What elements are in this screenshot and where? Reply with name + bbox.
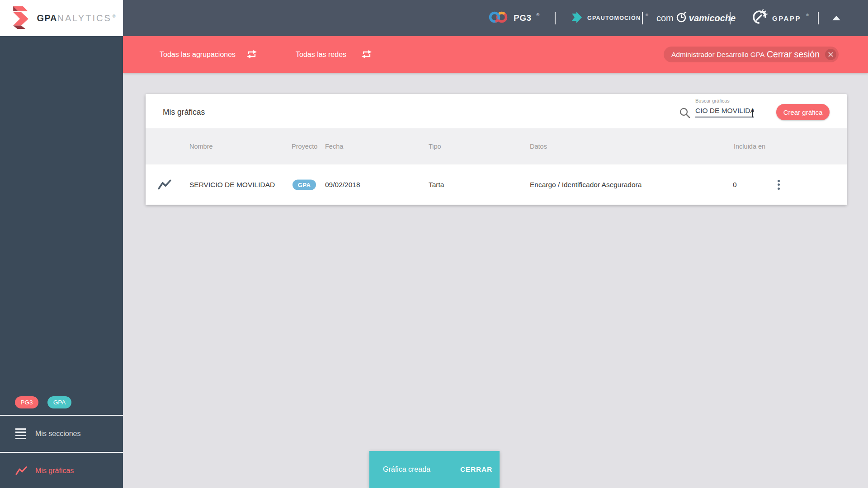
toast-close-button[interactable]: CERRAR xyxy=(460,465,492,474)
column-header-proyecto: Proyecto xyxy=(292,143,317,150)
gpautomocion-label: GPAUTOMOCIÓN xyxy=(587,15,641,21)
sidebar-item-mis-graficas[interactable]: Mis gráficas xyxy=(0,453,123,488)
networks-filter-label: Todas las redes xyxy=(296,51,346,59)
cell-incluida-en: 0 xyxy=(733,181,737,189)
project-badge: GPA xyxy=(292,179,316,190)
topbar-separator xyxy=(730,12,731,24)
collapse-topbar-button[interactable] xyxy=(826,0,846,36)
app-screen: PG3® GPAUTOMOCIÓN® com vamico xyxy=(0,0,868,488)
cell-fecha: 09/02/2018 xyxy=(325,181,360,189)
my-charts-card: Mis gráficas Buscar gráficas Crear gráfi… xyxy=(146,94,847,205)
chart-line-icon xyxy=(158,179,171,191)
clock-icon xyxy=(675,11,687,25)
wrench-icon xyxy=(751,9,768,27)
search-field: Buscar gráficas xyxy=(695,98,754,117)
filter-bar: Todas las agrupaciones Todas las redes A… xyxy=(123,36,868,73)
gpa-arrow-icon xyxy=(8,5,33,31)
swap-networks-icon[interactable] xyxy=(361,49,373,61)
toast-message: Gráfica creada xyxy=(383,465,430,474)
logout-close-icon[interactable] xyxy=(825,49,836,60)
pg3-infinity-icon xyxy=(488,10,509,26)
swap-groupings-icon[interactable] xyxy=(246,49,258,61)
gpautomocion-reg: ® xyxy=(646,13,648,17)
sidebar-item-label: Mis gráficas xyxy=(35,467,74,475)
table-row[interactable]: SERVICIO DE MOVILIDAD GPA 09/02/2018 Tar… xyxy=(146,164,847,205)
pg3-logo[interactable]: PG3® xyxy=(488,0,539,36)
user-session-pill: Administrador Desarrollo GPA Cerrar sesi… xyxy=(664,47,839,62)
groupings-filter-label: Todas las agrupaciones xyxy=(160,51,236,59)
menu-icon xyxy=(15,427,26,440)
sidebar-item-label: Mis secciones xyxy=(35,430,80,438)
column-header-incluida-en: Incluida en xyxy=(734,143,765,150)
sidebar: PG3 GPA Mis secciones Mis gráficas xyxy=(0,36,123,488)
text-caret xyxy=(752,109,753,117)
search-input[interactable] xyxy=(695,106,754,117)
topbar-separator xyxy=(642,12,643,24)
snackbar-toast: Gráfica creada CERRAR xyxy=(369,451,500,488)
gpa-analytics-logo[interactable]: GPANALYTICS® xyxy=(0,0,123,36)
gpautomocion-arrow-icon xyxy=(571,11,583,25)
top-bar: PG3® GPAUTOMOCIÓN® com vamico xyxy=(0,0,868,36)
pg3-reg: ® xyxy=(537,13,540,17)
comparamicoche-left-label: com xyxy=(656,13,674,23)
gpapp-reg: ® xyxy=(806,13,809,17)
brand-reg: ® xyxy=(113,14,116,19)
chart-line-icon xyxy=(15,466,26,476)
table-header: Nombre Proyecto Fecha Tipo Datos Incluid… xyxy=(146,128,847,164)
sidebar-item-mis-secciones[interactable]: Mis secciones xyxy=(0,416,123,452)
chevron-up-icon xyxy=(832,16,840,20)
topbar-separator xyxy=(818,12,819,24)
column-header-tipo: Tipo xyxy=(429,143,441,150)
brand-nalytics-label: NALYTICS xyxy=(57,13,111,23)
gpapp-logo[interactable]: GPAPP® xyxy=(751,0,809,36)
sidebar-badge-pg3[interactable]: PG3 xyxy=(15,396,38,408)
comparamicoche-logo[interactable]: com vamicoche xyxy=(656,0,736,36)
page-title: Mis gráficas xyxy=(163,108,205,117)
create-chart-button[interactable]: Crear gráfica xyxy=(776,104,830,120)
topbar-separator xyxy=(555,12,556,24)
cell-tipo: Tarta xyxy=(429,181,444,189)
logout-button[interactable]: Cerrar sesión xyxy=(767,49,820,60)
networks-filter[interactable]: Todas las redes xyxy=(296,36,346,73)
search-icon[interactable] xyxy=(679,107,691,119)
search-field-label: Buscar gráficas xyxy=(695,98,754,103)
cell-nombre: SERVICIO DE MOVILIDAD xyxy=(189,181,275,189)
gpapp-label: GPAPP xyxy=(772,14,801,22)
kebab-menu-icon[interactable] xyxy=(772,178,785,192)
groupings-filter[interactable]: Todas las agrupaciones xyxy=(160,36,236,73)
cell-datos: Encargo / Identificador Aseguradora xyxy=(530,181,642,189)
user-name: Administrador Desarrollo GPA xyxy=(671,51,767,59)
brand-gpa-label: GPA xyxy=(37,13,57,23)
sidebar-badge-gpa[interactable]: GPA xyxy=(47,396,71,408)
gpautomocion-logo[interactable]: GPAUTOMOCIÓN® xyxy=(571,0,648,36)
column-header-fecha: Fecha xyxy=(325,143,343,150)
column-header-nombre: Nombre xyxy=(189,143,213,150)
comparamicoche-right-label: vamicoche xyxy=(689,13,736,23)
column-header-datos: Datos xyxy=(530,143,547,150)
pg3-label: PG3 xyxy=(514,13,532,23)
